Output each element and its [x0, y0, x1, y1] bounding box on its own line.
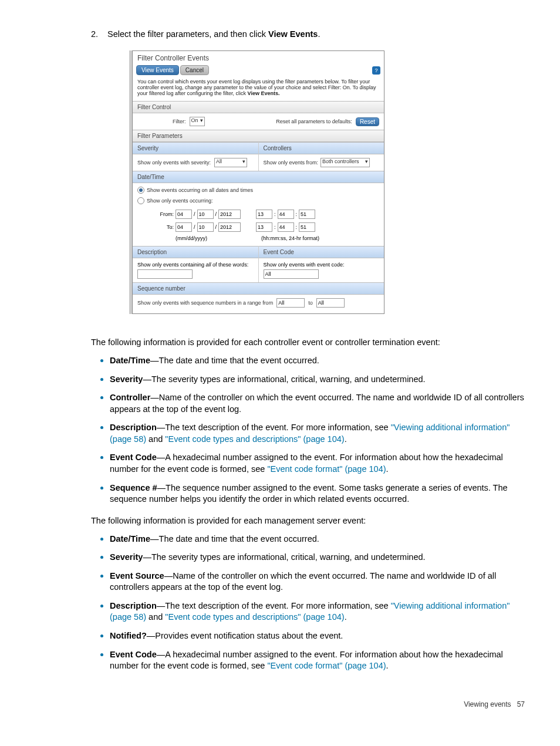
chevron-down-icon: ▾ — [365, 158, 368, 164]
from-label: From: — [156, 211, 174, 217]
controllers-header: Controllers — [259, 142, 384, 154]
dialog-intro: You can control which events your event … — [133, 75, 384, 101]
step-bold: View Events — [268, 29, 318, 39]
link-event-code-types[interactable]: "Event code types and descriptions" (pag… — [165, 612, 344, 622]
view-events-button[interactable]: View Events — [136, 65, 179, 75]
eventcode-header: Event Code — [259, 246, 384, 258]
date-format-hint: (mm/dd/yyyy) — [176, 235, 234, 241]
from-yyyy[interactable] — [218, 210, 241, 219]
cancel-button[interactable]: Cancel — [180, 65, 209, 75]
link-event-code-format[interactable]: "Event code format" (page 104) — [267, 464, 386, 474]
chevron-down-icon: ▾ — [200, 117, 203, 123]
step-number: 2. — [91, 29, 107, 39]
to-mi[interactable] — [278, 222, 294, 232]
sequence-to-label: to — [308, 300, 313, 306]
radio-all-dates-label: Show events occurring on all dates and t… — [147, 187, 253, 193]
radio-all-dates[interactable] — [137, 187, 144, 194]
list-item: Event Source—Name of the controller on w… — [110, 569, 525, 593]
chevron-down-icon: ▾ — [242, 158, 245, 164]
list-item: Severity—The severity types are informat… — [110, 551, 525, 563]
filter-control-header: Filter Control — [133, 101, 384, 113]
sequence-to-input[interactable] — [316, 298, 345, 308]
from-hh[interactable] — [256, 210, 272, 219]
severity-label: Show only events with severity: — [137, 160, 211, 166]
from-ss[interactable] — [299, 210, 315, 219]
to-hh[interactable] — [256, 222, 272, 232]
step-prefix: Select the filter parameters, and then c… — [107, 29, 268, 39]
severity-value: All — [216, 158, 222, 164]
server-event-bullets: Date/Time—The date and time that the eve… — [91, 532, 525, 672]
controller-event-bullets: Date/Time—The date and time that the eve… — [91, 354, 525, 505]
list-item: Description—The text description of the … — [110, 421, 525, 445]
help-icon[interactable]: ? — [372, 66, 380, 75]
list-item: Sequence #—The sequence number assigned … — [110, 481, 525, 505]
footer-page: 57 — [517, 700, 525, 708]
eventcode-input[interactable] — [264, 269, 319, 279]
dialog-title: Filter Controller Events — [133, 51, 384, 65]
list-item: Date/Time—The date and time that the eve… — [110, 532, 525, 545]
from-dd[interactable] — [197, 210, 214, 219]
sequence-header: Sequence number — [133, 282, 384, 295]
page-footer: Viewing events 57 — [91, 683, 525, 708]
severity-select[interactable]: All▾ — [214, 158, 247, 167]
step-suffix: . — [318, 29, 320, 39]
description-header: Description — [133, 246, 258, 258]
radio-range-dates[interactable] — [137, 197, 144, 204]
reset-button[interactable]: Reset — [356, 117, 379, 126]
reset-label: Reset all parameters to defaults: — [276, 119, 352, 124]
filter-dialog: Filter Controller Events View Events Can… — [132, 50, 525, 314]
to-dd[interactable] — [197, 222, 214, 232]
controllers-value: Both controllers — [322, 158, 359, 164]
eventcode-label: Show only events with event code: — [264, 262, 345, 268]
para-server-events: The following information is provided fo… — [91, 516, 525, 525]
step-line: 2. Select the filter parameters, and the… — [91, 29, 525, 39]
radio-range-dates-label: Show only events occurring: — [147, 198, 213, 204]
sequence-from-input[interactable] — [276, 298, 305, 308]
filter-value: On — [191, 117, 198, 123]
step-text: Select the filter parameters, and then c… — [107, 29, 320, 39]
to-mm[interactable] — [176, 222, 192, 232]
filter-label: Filter: — [173, 119, 186, 124]
intro-bold: View Events. — [248, 90, 280, 96]
severity-header: Severity — [133, 142, 258, 154]
description-input[interactable] — [137, 269, 193, 279]
list-item: Notified?—Provides event notification st… — [110, 629, 525, 642]
datetime-header: Date/Time — [133, 171, 384, 183]
list-item: Event Code—A hexadecimal number assigned… — [110, 451, 525, 475]
link-event-code-types[interactable]: "Event code types and descriptions" (pag… — [165, 434, 344, 444]
list-item: Description—The text description of the … — [110, 599, 525, 623]
link-event-code-format[interactable]: "Event code format" (page 104) — [267, 661, 386, 670]
footer-label: Viewing events — [464, 700, 511, 708]
to-label: To: — [156, 224, 174, 230]
filter-parameters-header: Filter Parameters — [133, 130, 384, 142]
list-item: Controller—Name of the controller on whi… — [110, 391, 525, 415]
time-format-hint: (hh:mm:ss, 24-hr format) — [261, 235, 319, 241]
list-item: Event Code—A hexadecimal number assigned… — [110, 648, 525, 672]
filter-select[interactable]: On▾ — [190, 117, 205, 126]
para-controller-events: The following information is provided fo… — [91, 337, 525, 347]
controllers-label: Show only events from: — [264, 160, 319, 166]
to-yyyy[interactable] — [218, 222, 241, 232]
list-item: Severity—The severity types are informat… — [110, 373, 525, 386]
description-label: Show only events containing all of these… — [137, 262, 248, 268]
sequence-label: Show only events with sequence numbers i… — [137, 300, 273, 306]
from-mi[interactable] — [278, 210, 294, 219]
from-mm[interactable] — [176, 210, 192, 219]
controllers-select[interactable]: Both controllers▾ — [321, 158, 370, 167]
list-item: Date/Time—The date and time that the eve… — [110, 354, 525, 367]
to-ss[interactable] — [299, 222, 315, 232]
